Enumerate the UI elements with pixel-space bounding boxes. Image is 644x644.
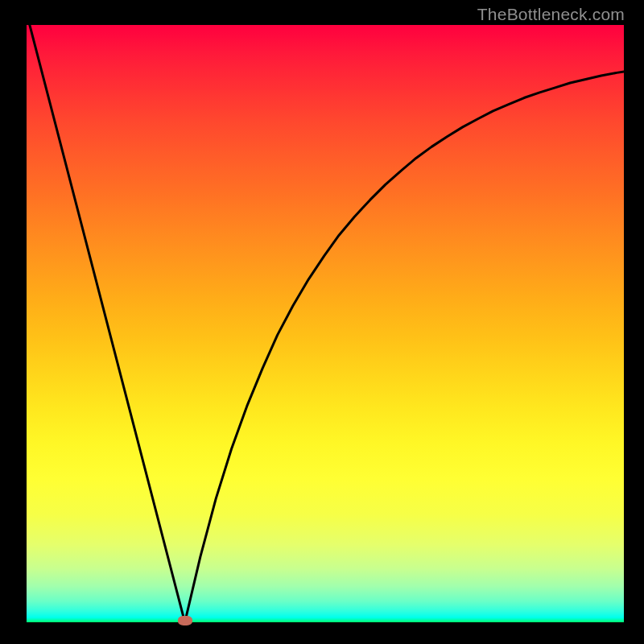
chart-stage: TheBottleneck.com	[0, 0, 644, 644]
curve-left-branch	[27, 25, 185, 622]
plot-area	[27, 25, 624, 622]
curve-right-branch	[185, 68, 624, 622]
chart-svg	[27, 25, 624, 622]
attribution-label: TheBottleneck.com	[477, 5, 625, 24]
minimum-marker	[178, 616, 192, 625]
